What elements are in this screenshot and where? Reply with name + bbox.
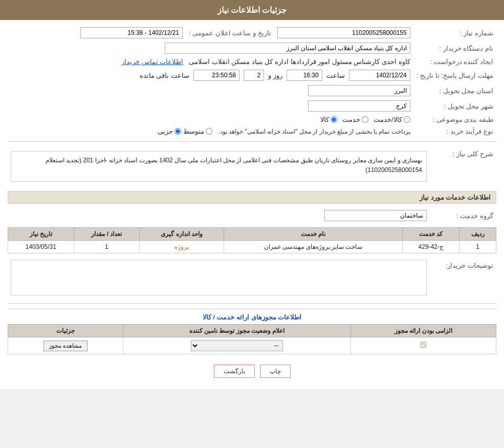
radio-khedmat-input[interactable] [362, 116, 368, 123]
label-response-deadline: مهلت ارسال پاسخ: تا تاریخ : [413, 68, 496, 83]
permissions-title-text: اطلاعات مجوزهای ارائه خدمت / کالا [203, 313, 302, 321]
col-required: الزامی بودن ارائه مجوز [351, 325, 496, 337]
response-days-input [244, 70, 264, 81]
radio-jozi-input[interactable] [174, 128, 181, 135]
radio-kala[interactable]: کالا [320, 116, 337, 123]
col-details: جزئیات [8, 325, 123, 337]
row-service-group: گروه خدمت : [8, 208, 496, 223]
buyer-desc-textarea[interactable] [11, 260, 427, 295]
label-city: شهر محل تحویل : [413, 98, 496, 114]
radio-motevaset-input[interactable] [206, 128, 212, 135]
radio-kala-khedmat[interactable]: کالا/خدمت [374, 116, 410, 123]
radio-kala-input[interactable] [331, 116, 337, 123]
value-description: بهسازی و ایمن سازی معابر روستای ناریان ط… [8, 146, 430, 187]
description-content: بهسازی و ایمن سازی معابر روستای ناریان ط… [46, 157, 422, 174]
value-city [8, 98, 413, 114]
services-title-text: اطلاعات خدمات مورد نیاز [420, 194, 491, 201]
service-group-table: گروه خدمت : [8, 208, 496, 223]
page-wrapper: جزئیات اطلاعات نیاز شماره نیاز : تاریخ و… [0, 0, 504, 389]
cell-row: 1 [459, 241, 496, 253]
label-days: روز و [268, 72, 282, 79]
bottom-buttons: چاپ بازگشت [8, 358, 496, 384]
cell-status: -- [123, 337, 351, 354]
col-date: تاریخ نیاز [8, 228, 74, 241]
value-buyer-org [8, 40, 413, 56]
services-table-body: 1 ج-42-429 ساخت سایر پروژه‌های مهندسی عم… [8, 241, 496, 253]
col-quantity: تعداد / مقدار [74, 228, 140, 241]
radio-motevaset[interactable]: متوسط [183, 127, 212, 135]
response-remaining-input [193, 70, 239, 81]
need-number-input [277, 27, 410, 38]
main-info-table: شماره نیاز : تاریخ و ساعت اعلان عمومی : … [8, 25, 496, 137]
cell-required [351, 337, 496, 354]
col-row: ردیف [459, 228, 496, 241]
content-area: شماره نیاز : تاریخ و ساعت اعلان عمومی : … [0, 20, 504, 389]
buyer-desc-table: توضیحات خریدار: [8, 258, 496, 299]
table-row: 1 ج-42-429 ساخت سایر پروژه‌های مهندسی عم… [8, 241, 496, 253]
value-province [8, 83, 413, 98]
permissions-table-body: -- مشاهده مجوز [8, 337, 496, 354]
buyer-org-input [165, 42, 410, 54]
permissions-table-head: الزامی بودن ارائه مجوز اعلام وضعیت مجوز … [8, 325, 496, 337]
separator-2 [8, 303, 496, 304]
status-select[interactable]: -- [191, 340, 283, 351]
print-button[interactable]: چاپ [260, 365, 291, 378]
services-section-title: اطلاعات خدمات مورد نیاز [8, 191, 496, 204]
description-table: شرح کلی نیاز : بهسازی و ایمن سازی معابر … [8, 146, 496, 187]
label-service-group: گروه خدمت : [430, 208, 496, 223]
cell-details: مشاهده مجوز [8, 337, 123, 354]
value-category: کالا/خدمت خدمت کالا [8, 114, 413, 125]
description-text: بهسازی و ایمن سازی معابر روستای ناریان ط… [11, 151, 427, 182]
label-need-number: شماره نیاز : [413, 25, 496, 40]
row-buyer-desc: توضیحات خریدار: [8, 258, 496, 299]
announce-date-input [80, 27, 183, 38]
value-response-deadline: ساعت روز و ساعت باقی مانده [8, 68, 413, 83]
row-buyer-org: نام دستگاه خریدار : [8, 40, 496, 56]
services-data-table: ردیف کد خدمت نام خدمت واحد اندازه گیری ت… [8, 227, 496, 253]
services-header-row: ردیف کد خدمت نام خدمت واحد اندازه گیری ت… [8, 228, 496, 241]
value-purchase-type: پرداخت تمام یا بخشی از مبلغ خریدار از مح… [8, 125, 413, 137]
cell-code: ج-42-429 [403, 241, 459, 253]
permissions-header-row: الزامی بودن ارائه مجوز اعلام وضعیت مجوز … [8, 325, 496, 337]
label-announce-date: تاریخ و ساعت اعلان عمومی : [186, 25, 274, 40]
required-checkbox [420, 342, 427, 348]
col-unit: واحد اندازه گیری [140, 228, 224, 241]
row-need-number: شماره نیاز : تاریخ و ساعت اعلان عمومی : [8, 25, 496, 40]
label-province: استان محل تحویل : [413, 83, 496, 98]
col-name: نام خدمت [224, 228, 402, 241]
label-buyer-org: نام دستگاه خریدار : [413, 40, 496, 56]
radio-jozi[interactable]: جزیی [158, 127, 181, 135]
radio-kala-khedmat-input[interactable] [404, 116, 410, 123]
cell-unit: پروژه [140, 241, 224, 253]
radio-khedmat[interactable]: خدمت [342, 116, 368, 123]
label-purchase-type: نوع فرآیند خرید : [413, 125, 496, 137]
value-buyer-desc [8, 258, 430, 299]
value-service-group [8, 208, 430, 223]
response-time-input [287, 70, 322, 81]
label-buyer-desc: توضیحات خریدار: [430, 258, 496, 299]
value-announce-date [8, 25, 186, 40]
header-title: جزئیات اطلاعات نیاز [217, 6, 287, 14]
label-remaining: ساعت باقی مانده [140, 72, 189, 79]
label-description: شرح کلی نیاز : [430, 146, 496, 187]
col-status: اعلام وضعیت مجوز توسط نامین کننده [123, 325, 351, 337]
col-code: کد خدمت [403, 228, 459, 241]
permissions-section-title: اطلاعات مجوزهای ارائه خدمت / کالا [8, 309, 496, 321]
label-category: طبقه بندی موضوعی : [413, 114, 496, 125]
unit-link[interactable]: پروژه [174, 243, 189, 250]
cell-quantity: 1 [74, 241, 140, 253]
requester-contact-link[interactable]: اطلاعات تماس خریدار [121, 58, 183, 66]
back-button[interactable]: بازگشت [214, 365, 255, 378]
separator-1 [8, 141, 496, 142]
requester-name: کاوه احدی کارشناس مسئول امور قراردادها ا… [189, 58, 410, 66]
row-category: طبقه بندی موضوعی : کالا/خدمت خدمت کالا [8, 114, 496, 125]
value-requester: کاوه احدی کارشناس مسئول امور قراردادها ا… [8, 56, 413, 68]
permissions-data-table: الزامی بودن ارائه مجوز اعلام وضعیت مجوز … [8, 324, 496, 354]
value-need-number [274, 25, 413, 40]
services-table-head: ردیف کد خدمت نام خدمت واحد اندازه گیری ت… [8, 228, 496, 241]
label-requester: ایجاد کننده درخواست : [413, 56, 496, 68]
purchase-note: پرداخت تمام یا بخشی از مبلغ خریدار از مح… [218, 128, 410, 135]
province-input [308, 85, 410, 96]
cell-name: ساخت سایر پروژه‌های مهندسی عمران [224, 241, 402, 253]
view-permit-button[interactable]: مشاهده مجوز [43, 340, 87, 351]
